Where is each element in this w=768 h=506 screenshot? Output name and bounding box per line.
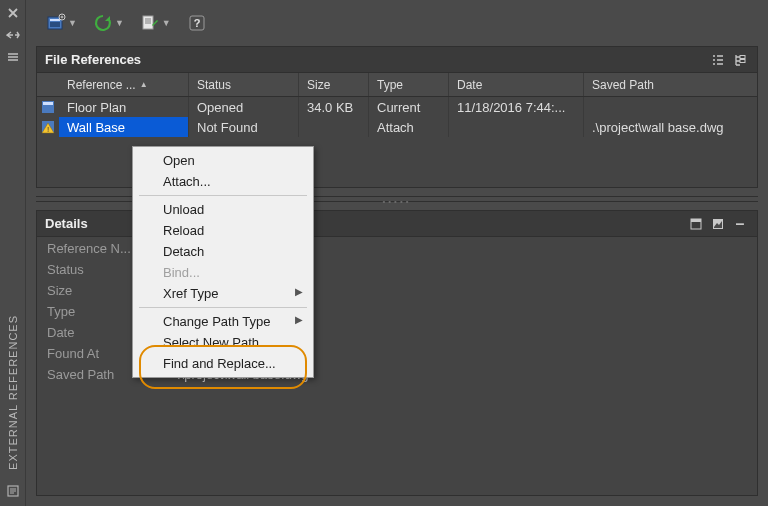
menu-change-path-type[interactable]: Change Path Type ▶ bbox=[135, 311, 311, 332]
svg-text:?: ? bbox=[193, 17, 200, 29]
panel-title: Details bbox=[45, 216, 88, 231]
svg-rect-2 bbox=[50, 19, 60, 21]
help-button[interactable]: ? bbox=[187, 13, 207, 33]
column-date[interactable]: Date bbox=[449, 73, 584, 96]
cell-type: Current bbox=[369, 97, 449, 117]
menu-unload[interactable]: Unload bbox=[135, 199, 311, 220]
change-path-button[interactable]: ▼ bbox=[140, 13, 171, 33]
minimize-icon[interactable]: – bbox=[731, 215, 749, 233]
dwg-icon bbox=[37, 97, 59, 117]
cell-name: Wall Base bbox=[59, 117, 189, 137]
cell-date: 11/18/2016 7:44:... bbox=[449, 97, 584, 117]
column-status[interactable]: Status bbox=[189, 73, 299, 96]
menu-label: Xref Type bbox=[163, 286, 218, 301]
tree-view-icon[interactable] bbox=[731, 51, 749, 69]
side-rail: EXTERNAL REFERENCES bbox=[0, 0, 26, 506]
menu-find-replace[interactable]: Find and Replace... bbox=[135, 353, 311, 374]
cell-size: 34.0 KB bbox=[299, 97, 369, 117]
submenu-arrow-icon: ▶ bbox=[295, 286, 303, 297]
svg-rect-11 bbox=[43, 102, 53, 105]
table-row[interactable]: ! Wall Base Not Found Attach .\project\w… bbox=[37, 117, 757, 137]
toolbar: ▼ ▼ ▼ ? bbox=[36, 8, 758, 38]
dock-toggle-icon[interactable] bbox=[4, 26, 22, 44]
cell-saved-path: .\project\wall base.dwg bbox=[584, 117, 757, 137]
column-saved-path[interactable]: Saved Path bbox=[584, 73, 757, 96]
table-header: Reference ... Status Size Type Date Save… bbox=[37, 73, 757, 97]
menu-select-new-path[interactable]: Select New Path... bbox=[135, 332, 311, 353]
chevron-down-icon: ▼ bbox=[115, 18, 124, 28]
column-name[interactable]: Reference ... bbox=[59, 73, 189, 96]
close-icon[interactable] bbox=[4, 4, 22, 22]
menu-separator bbox=[139, 307, 307, 308]
submenu-arrow-icon: ▶ bbox=[295, 314, 303, 325]
cell-status: Opened bbox=[189, 97, 299, 117]
cell-status: Not Found bbox=[189, 117, 299, 137]
menu-separator bbox=[139, 195, 307, 196]
column-icon[interactable] bbox=[37, 73, 59, 96]
palette-title-vertical: EXTERNAL REFERENCES bbox=[7, 315, 19, 470]
menu-detach[interactable]: Detach bbox=[135, 241, 311, 262]
svg-rect-15 bbox=[691, 219, 701, 222]
svg-text:!: ! bbox=[47, 125, 49, 134]
list-view-icon[interactable] bbox=[709, 51, 727, 69]
cell-saved-path bbox=[584, 97, 757, 117]
autohide-icon[interactable] bbox=[4, 48, 22, 66]
chevron-down-icon: ▼ bbox=[162, 18, 171, 28]
cell-type: Attach bbox=[369, 117, 449, 137]
cell-name: Floor Plan bbox=[59, 97, 189, 117]
column-size[interactable]: Size bbox=[299, 73, 369, 96]
menu-reload[interactable]: Reload bbox=[135, 220, 311, 241]
refresh-button[interactable]: ▼ bbox=[93, 13, 124, 33]
details-view-icon[interactable] bbox=[687, 215, 705, 233]
svg-rect-8 bbox=[740, 55, 745, 58]
svg-rect-3 bbox=[50, 22, 60, 27]
properties-icon[interactable] bbox=[4, 482, 22, 500]
menu-xref-type[interactable]: Xref Type ▶ bbox=[135, 283, 311, 304]
attach-dwg-button[interactable]: ▼ bbox=[46, 13, 77, 33]
svg-rect-9 bbox=[740, 59, 745, 62]
cell-date bbox=[449, 117, 584, 137]
menu-open[interactable]: Open bbox=[135, 150, 311, 171]
panel-title: File References bbox=[45, 52, 141, 67]
cell-size bbox=[299, 117, 369, 137]
table-row[interactable]: Floor Plan Opened 34.0 KB Current 11/18/… bbox=[37, 97, 757, 117]
column-type[interactable]: Type bbox=[369, 73, 449, 96]
context-menu: Open Attach... Unload Reload Detach Bind… bbox=[132, 146, 314, 378]
menu-attach[interactable]: Attach... bbox=[135, 171, 311, 192]
preview-icon[interactable] bbox=[709, 215, 727, 233]
menu-label: Change Path Type bbox=[163, 314, 270, 329]
menu-bind: Bind... bbox=[135, 262, 311, 283]
dwg-missing-icon: ! bbox=[37, 117, 59, 137]
external-references-palette: EXTERNAL REFERENCES ▼ ▼ ▼ ? bbox=[0, 0, 768, 506]
chevron-down-icon: ▼ bbox=[68, 18, 77, 28]
